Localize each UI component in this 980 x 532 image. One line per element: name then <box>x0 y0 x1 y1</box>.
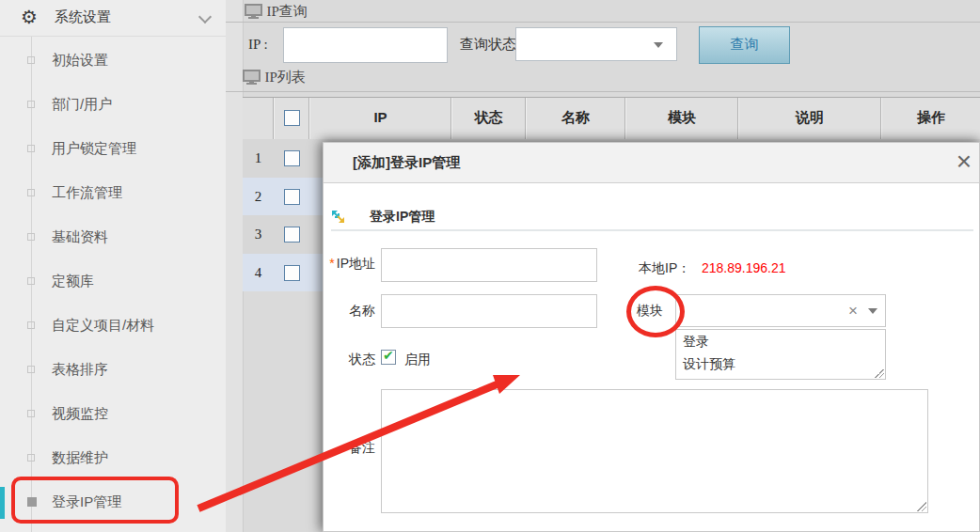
sidebar-item-label: 数据维护 <box>52 435 108 479</box>
tree-node-icon <box>27 189 35 196</box>
tree-node-icon <box>27 410 35 417</box>
sidebar-item-user-lock[interactable]: 用户锁定管理 <box>0 126 225 170</box>
sidebar-item-label: 部门/用户 <box>52 82 112 126</box>
sidebar-item-label: 用户锁定管理 <box>52 126 136 170</box>
sidebar-item-label: 视频监控 <box>52 391 108 435</box>
row-checkbox[interactable] <box>284 227 300 243</box>
row-checkbox[interactable] <box>284 265 300 281</box>
sidebar-item-table-sort[interactable]: 表格排序 <box>0 347 225 391</box>
sidebar-item-data-maintenance[interactable]: 数据维护 <box>0 435 225 479</box>
divider <box>226 91 980 92</box>
rownum-header-cell <box>243 98 274 139</box>
sidebar-item-video-monitor[interactable]: 视频监控 <box>0 391 225 435</box>
sidebar-item-workflow[interactable]: 工作流管理 <box>0 170 225 214</box>
sidebar-item-label: 定额库 <box>52 258 94 303</box>
enable-checkbox[interactable]: ✔ <box>381 350 396 365</box>
gear-icon: ⚙ <box>21 6 38 28</box>
remark-textarea[interactable] <box>381 389 928 513</box>
col-header-status: 状态 <box>451 98 526 139</box>
chevron-down-icon <box>868 308 877 314</box>
tree-node-icon <box>27 454 35 462</box>
chevron-down-icon <box>198 10 212 23</box>
query-panel-title: IP查询 <box>266 4 307 19</box>
chevron-down-icon <box>654 42 663 48</box>
ip-query-label: IP : <box>248 37 268 53</box>
tree-node-icon <box>27 101 35 108</box>
check-icon: ✔ <box>383 348 394 363</box>
row-checkbox[interactable] <box>284 189 300 205</box>
divider <box>226 22 980 23</box>
required-mark: * <box>329 256 334 271</box>
col-header-module: 模块 <box>625 98 738 139</box>
tree-node-icon <box>27 497 37 507</box>
tree-node-icon <box>27 145 35 152</box>
table-header: IP 状态 名称 模块 说明 操作 <box>243 97 980 140</box>
search-button[interactable]: 查询 <box>699 26 790 64</box>
tree-node-icon <box>27 233 35 241</box>
dialog-header: [添加]登录IP管理 × <box>324 143 979 183</box>
module-select[interactable]: × <box>675 294 886 327</box>
local-ip-value: 218.89.196.21 <box>702 260 786 275</box>
sidebar-item-label: 初始设置 <box>52 38 108 82</box>
row-number: 1 <box>243 139 274 178</box>
list-panel-titlebar: IP列表 <box>243 69 306 88</box>
list-panel-title: IP列表 <box>264 70 305 85</box>
module-option-budget[interactable]: 设计预算 <box>683 356 735 373</box>
module-dropdown-list: 登录 设计预算 <box>675 329 886 380</box>
app-window: ⚙ 系统设置 初始设置 部门/用户 用户锁定管理 工作流管理 基础资料 定额库 … <box>0 0 980 532</box>
ip-address-label: *IP地址 <box>314 256 375 273</box>
sidebar-item-custom-project-material[interactable]: 自定义项目/材料 <box>0 303 225 347</box>
module-label: 模块 <box>609 303 663 320</box>
section-arrows-icon <box>331 210 345 224</box>
sidebar-group-system-settings[interactable]: ⚙ 系统设置 <box>0 0 226 37</box>
sidebar-item-label: 自定义项目/材料 <box>52 303 154 347</box>
clear-icon[interactable]: × <box>848 302 858 321</box>
row-number: 4 <box>243 254 274 292</box>
tree-node-icon <box>27 321 35 329</box>
resize-grip[interactable] <box>917 502 926 511</box>
dialog-title: [添加]登录IP管理 <box>353 154 460 172</box>
sidebar: ⚙ 系统设置 初始设置 部门/用户 用户锁定管理 工作流管理 基础资料 定额库 … <box>0 0 227 532</box>
sidebar-item-label: 基础资料 <box>52 214 108 258</box>
enable-checkbox-label: 启用 <box>404 352 431 368</box>
close-icon[interactable]: × <box>956 146 972 178</box>
sidebar-item-label: 登录IP管理 <box>52 479 121 524</box>
ip-query-input[interactable] <box>283 27 448 63</box>
sidebar-item-login-ip[interactable]: 登录IP管理 <box>0 479 225 524</box>
col-header-desc: 说明 <box>738 98 881 139</box>
ip-address-input[interactable] <box>381 248 597 282</box>
query-panel-titlebar: IP查询 <box>245 3 308 23</box>
sidebar-item-initial-settings[interactable]: 初始设置 <box>0 38 225 82</box>
sidebar-item-quota-library[interactable]: 定额库 <box>0 258 225 303</box>
sidebar-item-dept-users[interactable]: 部门/用户 <box>0 82 225 126</box>
remark-label: 备注 <box>309 440 375 457</box>
module-option-login[interactable]: 登录 <box>683 334 709 351</box>
tree-node-icon <box>27 277 35 285</box>
query-status-select[interactable] <box>515 27 677 61</box>
col-header-ip: IP <box>309 98 451 139</box>
section-divider <box>331 229 973 231</box>
col-header-action: 操作 <box>881 98 980 139</box>
select-all-checkbox[interactable] <box>284 110 300 126</box>
local-ip-label: 本地IP： <box>639 260 690 277</box>
section-title: 登录IP管理 <box>370 209 435 226</box>
select-all-cell <box>274 98 309 139</box>
name-input[interactable] <box>381 294 597 328</box>
row-checkbox[interactable] <box>284 150 300 166</box>
tree-node-icon <box>27 56 35 64</box>
selected-item-accent-bar <box>0 487 5 519</box>
row-number: 3 <box>243 215 274 254</box>
sidebar-item-label: 表格排序 <box>52 347 108 391</box>
sidebar-item-basic-data[interactable]: 基础资料 <box>0 214 225 258</box>
monitor-icon <box>245 4 262 19</box>
status-label: 状态 <box>309 352 375 368</box>
resize-grip[interactable] <box>875 368 884 378</box>
name-label: 名称 <box>309 303 375 320</box>
sidebar-item-label: 工作流管理 <box>52 170 122 214</box>
content-gutter <box>226 0 244 532</box>
row-number: 2 <box>243 178 274 216</box>
sidebar-group-label: 系统设置 <box>55 8 111 26</box>
query-status-label: 查询状态 <box>460 36 516 54</box>
tree-node-icon <box>27 366 35 373</box>
add-login-ip-dialog: [添加]登录IP管理 × 登录IP管理 *IP地址 本地IP： 218.89.1… <box>323 142 980 532</box>
